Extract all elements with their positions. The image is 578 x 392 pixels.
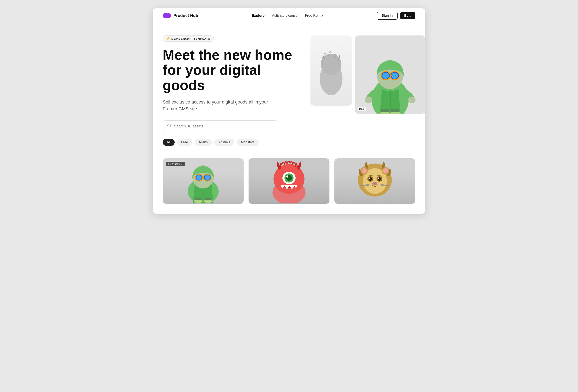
- svg-point-22: [365, 96, 372, 103]
- product-card-2[interactable]: [248, 158, 330, 204]
- brand: Product Hub: [163, 13, 198, 18]
- filter-all[interactable]: All: [163, 139, 175, 146]
- filter-monsters[interactable]: Monsters: [237, 139, 259, 146]
- hero-section: ⚡ MEMBERSHIP TEMPLATE Meet the new home …: [153, 23, 425, 154]
- hero-card-small: [310, 36, 352, 106]
- svg-point-55: [372, 182, 377, 185]
- nav-activate-license[interactable]: Activate License: [272, 14, 298, 18]
- product-figure-3: [335, 158, 415, 204]
- svg-point-42: [286, 175, 289, 178]
- filter-animals[interactable]: Animals: [214, 139, 234, 146]
- filter-pills: All Free Aliens Animals Monsters: [163, 139, 303, 146]
- badge-icon: ⚡: [166, 37, 170, 40]
- svg-point-23: [408, 96, 416, 103]
- svg-point-53: [369, 178, 370, 179]
- svg-point-14: [391, 73, 398, 79]
- hero-content: ⚡ MEMBERSHIP TEMPLATE Meet the new home …: [163, 36, 303, 146]
- navbar-links: Explore Activate License Free Remix: [252, 14, 323, 18]
- hero-images: Dirk: [310, 36, 425, 114]
- search-input[interactable]: [174, 124, 274, 128]
- navbar-actions: Sign In Be...: [377, 12, 415, 20]
- featured-badge: FEATURED: [166, 162, 185, 166]
- filter-aliens[interactable]: Aliens: [195, 139, 212, 146]
- svg-point-2: [165, 13, 168, 18]
- hero-card-large: Dirk: [355, 36, 425, 114]
- svg-point-47: [362, 168, 367, 173]
- logo-icon: [163, 13, 171, 18]
- products-grid: FEATURED: [163, 158, 415, 204]
- product-figure-2: [248, 158, 330, 204]
- browser-window: Product Hub Explore Activate License Fre…: [153, 8, 425, 214]
- product-card-1[interactable]: FEATURED: [163, 158, 243, 204]
- badge-text: MEMBERSHIP TEMPLATE: [171, 37, 210, 40]
- signin-button[interactable]: Sign In: [377, 12, 398, 20]
- begin-button[interactable]: Be...: [400, 12, 415, 19]
- nav-free-remix[interactable]: Free Remix: [305, 14, 323, 18]
- svg-line-4: [170, 127, 171, 128]
- fluffy-figure: [310, 36, 352, 106]
- navbar: Product Hub Explore Activate License Fre…: [153, 8, 425, 23]
- products-section: FEATURED: [153, 158, 425, 214]
- svg-point-48: [383, 168, 388, 173]
- card-label: Dirk: [358, 107, 366, 111]
- svg-point-13: [382, 73, 389, 79]
- hero-subtitle: Sell exclusive access to your digital go…: [163, 99, 278, 112]
- search-icon: [167, 123, 172, 129]
- filter-free[interactable]: Free: [177, 139, 192, 146]
- svg-point-54: [378, 178, 379, 179]
- product-card-3[interactable]: [335, 158, 415, 204]
- membership-badge: ⚡ MEMBERSHIP TEMPLATE: [163, 36, 214, 42]
- brand-name: Product Hub: [173, 13, 198, 18]
- search-bar: [163, 120, 278, 132]
- svg-point-29: [196, 175, 202, 180]
- svg-point-30: [205, 175, 210, 180]
- hero-title: Meet the new home for your digital goods: [163, 47, 303, 93]
- nav-explore[interactable]: Explore: [252, 14, 264, 18]
